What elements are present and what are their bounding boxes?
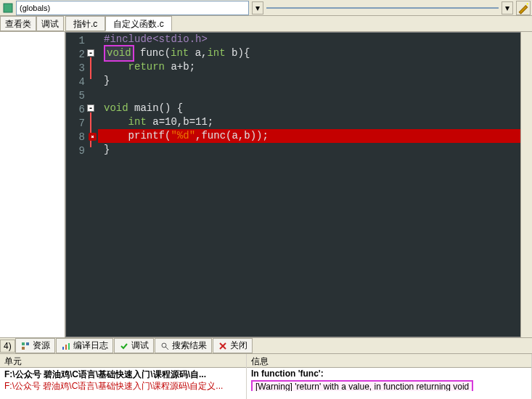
svg-rect-7 <box>68 343 70 350</box>
error-marker-icon[interactable] <box>89 133 97 141</box>
svg-rect-6 <box>65 345 67 350</box>
line-num: 1 <box>66 34 85 48</box>
code-line[interactable] <box>98 88 531 102</box>
code-line-error[interactable]: printf("%d",func(a,b)); <box>98 129 531 143</box>
code-line[interactable]: } <box>98 143 531 157</box>
file-tab-custom-func[interactable]: 自定义函数.c <box>105 16 171 31</box>
file-tab-pointer[interactable]: 指针.c <box>65 16 105 31</box>
col-header-info[interactable]: 信息 <box>247 354 531 368</box>
code-line[interactable]: } <box>98 74 531 88</box>
fold-line <box>90 112 91 147</box>
fold-line <box>90 57 91 79</box>
scope-combo[interactable]: (globals) <box>16 1 249 15</box>
symbol-combo[interactable] <box>266 7 499 9</box>
code-line[interactable]: void main() { <box>98 102 531 115</box>
search-icon <box>160 341 170 351</box>
svg-rect-2 <box>22 342 25 345</box>
svg-line-9 <box>165 347 168 350</box>
col-header-unit[interactable]: 单元 <box>0 354 246 368</box>
void-keyword-highlight: void <box>104 45 134 62</box>
bottom-tab-debug[interactable]: 调试 <box>114 338 154 353</box>
svg-rect-0 <box>4 4 12 12</box>
line-num: 4 <box>66 75 85 89</box>
warning-highlight: [Warning] 'return' with a value, in func… <box>251 380 473 391</box>
code-line[interactable]: #include<stdio.h> <box>98 33 531 46</box>
line-num: 2 <box>66 48 85 62</box>
line-num: 6 <box>66 103 85 117</box>
close-icon <box>218 341 228 351</box>
vertical-scrollbar[interactable] <box>520 32 532 337</box>
fold-minus-icon[interactable]: - <box>87 49 94 57</box>
line-num: 7 <box>66 117 85 131</box>
svg-rect-5 <box>62 347 64 350</box>
line-num: 8 <box>66 131 85 144</box>
line-num: 5 <box>66 89 85 103</box>
wand-button[interactable] <box>516 1 531 15</box>
fold-minus-icon[interactable]: - <box>87 104 94 112</box>
symbol-dropdown-icon[interactable]: ▾ <box>502 1 513 15</box>
table-row[interactable]: F:\公众号 碧油鸡\C语言\基础快速入门\课程源码\自定义... <box>0 379 246 391</box>
resources-icon <box>20 341 30 351</box>
tab-debug[interactable]: 调试 <box>36 16 64 31</box>
table-row[interactable]: [Warning] 'return' with a value, in func… <box>247 379 531 391</box>
chart-icon <box>61 341 71 351</box>
code-line[interactable]: int a=10,b=11; <box>98 115 531 129</box>
line-num: 3 <box>66 62 85 75</box>
line-num: 9 <box>66 144 85 158</box>
table-row[interactable]: F:\公众号 碧油鸡\C语言\基础快速入门\课程源码\自... <box>0 368 246 379</box>
scope-dropdown-icon[interactable]: ▾ <box>252 1 263 15</box>
bottom-tab-compile-log[interactable]: 编译日志 <box>56 338 113 353</box>
tab-view-class[interactable]: 查看类 <box>0 16 36 31</box>
class-view-panel <box>0 32 65 337</box>
bottom-tab-search[interactable]: 搜索结果 <box>155 338 212 353</box>
svg-rect-4 <box>22 347 25 350</box>
bottom-tab-close[interactable]: 关闭 <box>213 338 253 353</box>
app-icon <box>3 3 13 13</box>
svg-point-1 <box>527 3 528 4</box>
svg-rect-3 <box>26 342 29 345</box>
code-line[interactable]: return a+b; <box>98 60 531 74</box>
bottom-tab-resources[interactable]: 资源 <box>15 338 55 353</box>
count-badge: 4) <box>0 340 15 353</box>
table-row[interactable]: In function 'func': <box>247 368 531 379</box>
code-line[interactable]: void func(int a,int b){ <box>98 46 531 60</box>
check-icon <box>119 341 129 351</box>
code-editor[interactable]: 1 2 3 4 5 6 7 8 9 - - #include<stdio.h> … <box>65 32 532 337</box>
